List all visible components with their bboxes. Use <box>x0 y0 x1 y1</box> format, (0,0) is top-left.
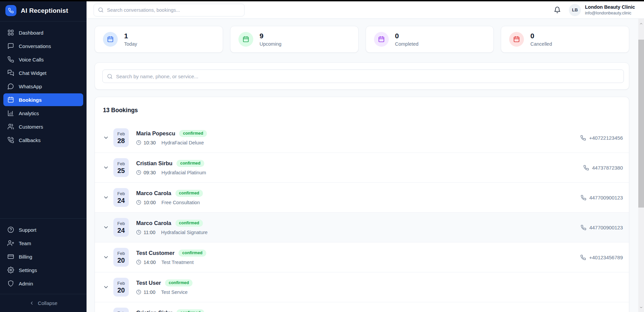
phone-icon <box>580 255 586 260</box>
booking-customer-name: Test Customer <box>136 250 174 256</box>
phone-icon <box>581 225 586 230</box>
chevron-left-icon <box>29 301 34 306</box>
booking-date-badge: Feb 20 <box>113 248 129 267</box>
booking-row[interactable]: Feb 20 Test Customer confirmed 14:00 Tes… <box>95 242 629 272</box>
booking-month: Feb <box>117 191 125 196</box>
settings-icon <box>7 267 14 273</box>
bookings-card: 13 Bookings Feb 28 Maria Popescu confirm… <box>95 97 629 312</box>
stat-icon-circle <box>238 32 253 47</box>
booking-customer-name: Marco Carola <box>136 190 171 196</box>
booking-day: 25 <box>117 167 125 175</box>
booking-row[interactable]: Feb 25 Cristian Sirbu confirmed 09:30 Hy… <box>95 153 629 183</box>
chevron-down-icon[interactable] <box>103 254 109 260</box>
sidebar-item-admin[interactable]: Admin <box>3 277 83 290</box>
booking-month: Feb <box>117 280 125 286</box>
scrollbar-thumb[interactable] <box>638 40 644 208</box>
booking-customer-name: Test User <box>136 280 161 286</box>
dashboard-icon <box>7 29 14 36</box>
sidebar-item-bookings-label: Bookings <box>19 97 42 103</box>
phone-icon <box>581 195 586 200</box>
team-icon <box>7 240 14 247</box>
global-search[interactable] <box>94 4 245 16</box>
booking-row[interactable]: Feb 20 Test User confirmed 11:00 Test Se… <box>95 272 629 302</box>
booking-row[interactable]: Feb 28 Maria Popescu confirmed 10:30 Hyd… <box>95 123 629 153</box>
scroll-down-arrow[interactable] <box>638 305 644 310</box>
sidebar-collapse-button[interactable]: Collapse <box>0 294 87 312</box>
stat-icon-circle <box>509 32 524 47</box>
sidebar-item-chat-widget-label: Chat Widget <box>19 70 47 76</box>
billing-icon <box>7 253 14 260</box>
booking-row[interactable]: Feb 24 Marco Carola confirmed 11:00 Hydr… <box>95 213 629 242</box>
voice-calls-icon <box>7 56 14 63</box>
sidebar-item-conversations[interactable]: Conversations <box>3 40 83 52</box>
account-menu[interactable]: LB London Beauty Clinic info@londonbeaut… <box>569 4 635 16</box>
stat-card-completed: 0 Completed <box>366 26 494 53</box>
sidebar-item-whatsapp-label: WhatsApp <box>19 84 42 89</box>
whatsapp-icon <box>7 83 14 90</box>
booking-day: 20 <box>117 286 125 294</box>
support-icon <box>7 226 14 233</box>
bookings-filter-input[interactable] <box>116 74 619 79</box>
booking-phone: +40722123456 <box>580 135 623 141</box>
booking-date-badge: Feb 28 <box>113 128 129 147</box>
global-search-input[interactable] <box>107 7 240 13</box>
stat-label: Today <box>124 41 137 47</box>
stat-value: 9 <box>260 32 281 40</box>
sidebar-item-bookings[interactable]: Bookings <box>3 93 83 106</box>
chevron-down-icon[interactable] <box>103 224 109 230</box>
bookings-count-heading: 13 Bookings <box>95 97 629 123</box>
sidebar-item-voice-calls[interactable]: Voice Calls <box>3 53 83 66</box>
sidebar-item-analytics[interactable]: Analytics <box>3 107 83 120</box>
booking-time: 14:00 <box>144 260 156 265</box>
booking-service: Test Treatment <box>161 260 194 265</box>
phone-icon <box>583 165 589 171</box>
booking-time: 09:30 <box>144 170 156 175</box>
sidebar-item-callbacks[interactable]: Callbacks <box>3 134 83 146</box>
booking-customer-name: Cristian Sirbu <box>136 160 172 167</box>
stat-value: 0 <box>395 32 419 40</box>
bookings-filter[interactable] <box>102 70 624 83</box>
booking-date-badge: Feb 24 <box>113 218 129 237</box>
sidebar-item-billing-label: Billing <box>19 254 32 260</box>
chevron-down-icon[interactable] <box>103 165 109 171</box>
phone-icon <box>580 135 586 141</box>
chevron-down-icon[interactable] <box>103 194 109 200</box>
sidebar-item-support[interactable]: Support <box>3 223 83 236</box>
booking-month: Feb <box>117 251 125 256</box>
booking-service: Hydrafacial Signature <box>161 230 208 235</box>
booking-status-badge: confirmed <box>176 160 204 167</box>
sidebar-item-customers[interactable]: Customers <box>3 120 83 133</box>
booking-row[interactable]: Feb Cristian Sirbu confirmed <box>95 302 629 312</box>
sidebar-item-billing[interactable]: Billing <box>3 250 83 263</box>
app-logo <box>5 5 16 16</box>
chevron-up-icon <box>639 22 643 26</box>
chevron-down-icon[interactable] <box>103 135 109 141</box>
bell-icon[interactable] <box>554 6 561 13</box>
booking-date-badge: Feb 24 <box>113 188 129 207</box>
sidebar-item-whatsapp[interactable]: WhatsApp <box>3 80 83 93</box>
booking-row[interactable]: Feb 24 Marco Carola confirmed 10:00 Free… <box>95 183 629 213</box>
scrollbar[interactable] <box>638 19 644 312</box>
chevron-down-icon[interactable] <box>103 284 109 290</box>
booking-date-badge: Feb 25 <box>113 158 129 177</box>
sidebar-footer-nav: Support Team Billing Settings Admin <box>0 218 87 294</box>
booking-time: 10:00 <box>144 200 156 205</box>
booking-time: 11:00 <box>144 289 155 295</box>
stat-label: Cancelled <box>530 41 552 47</box>
booking-customer-name: Maria Popescu <box>136 130 175 137</box>
sidebar-item-conversations-label: Conversations <box>19 43 51 49</box>
sidebar-item-settings[interactable]: Settings <box>3 264 83 276</box>
booking-day: 24 <box>117 196 125 205</box>
scroll-up-arrow[interactable] <box>638 21 644 27</box>
stat-value: 1 <box>124 32 137 40</box>
sidebar-item-customers-label: Customers <box>19 124 43 130</box>
avatar: LB <box>569 4 581 16</box>
search-icon <box>107 74 113 79</box>
sidebar-item-team[interactable]: Team <box>3 237 83 250</box>
topbar-right: LB London Beauty Clinic info@londonbeaut… <box>554 4 635 16</box>
booking-phone: 447700900123 <box>581 195 623 200</box>
booking-day: 20 <box>117 256 125 264</box>
sidebar-item-chat-widget[interactable]: Chat Widget <box>3 66 83 79</box>
sidebar-item-dashboard[interactable]: Dashboard <box>3 26 83 39</box>
calendar-icon <box>107 36 114 43</box>
